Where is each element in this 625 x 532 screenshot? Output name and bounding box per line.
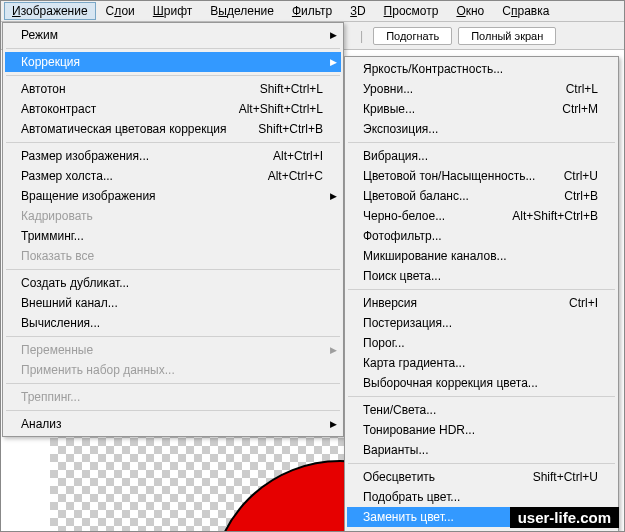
- menu-item-label: Режим: [21, 28, 323, 42]
- menu-item-label: Автоматическая цветовая коррекция: [21, 122, 234, 136]
- adjustments-item-5[interactable]: Вибрация...: [347, 146, 616, 166]
- adjustments-item-8[interactable]: Черно-белое...Alt+Shift+Ctrl+B: [347, 206, 616, 226]
- menu-item-label: Кадрировать: [21, 209, 323, 223]
- adjustments-item-2[interactable]: Кривые...Ctrl+M: [347, 99, 616, 119]
- menu-item-label: Анализ: [21, 417, 323, 431]
- image-menu-item-12[interactable]: Тримминг...: [5, 226, 341, 246]
- image-menu-item-8[interactable]: Размер изображения...Alt+Ctrl+I: [5, 146, 341, 166]
- menubar-item-3[interactable]: Выделение: [202, 2, 282, 20]
- menu-item-label: Выборочная коррекция цвета...: [363, 376, 598, 390]
- adjustments-item-17[interactable]: Выборочная коррекция цвета...: [347, 373, 616, 393]
- image-menu-item-5[interactable]: АвтоконтрастAlt+Shift+Ctrl+L: [5, 99, 341, 119]
- menu-item-label: Варианты...: [363, 443, 598, 457]
- image-menu-item-10[interactable]: Вращение изображения▶: [5, 186, 341, 206]
- image-menu-item-9[interactable]: Размер холста...Alt+Ctrl+C: [5, 166, 341, 186]
- menu-item-label: Создать дубликат...: [21, 276, 323, 290]
- menu-item-label: Показать все: [21, 249, 323, 263]
- menu-item-label: Постеризация...: [363, 316, 598, 330]
- image-menu-item-20: Применить набор данных...: [5, 360, 341, 380]
- menu-item-label: Черно-белое...: [363, 209, 488, 223]
- menu-item-shortcut: Ctrl+I: [569, 296, 598, 310]
- adjustments-item-1[interactable]: Уровни...Ctrl+L: [347, 79, 616, 99]
- adjustments-item-3[interactable]: Экспозиция...: [347, 119, 616, 139]
- image-menu-dropdown: Режим▶Коррекция▶АвтотонShift+Ctrl+LАвток…: [2, 22, 344, 437]
- image-menu-separator: [6, 410, 340, 411]
- menubar-item-4[interactable]: Фильтр: [284, 2, 340, 20]
- menu-item-label: Вращение изображения: [21, 189, 323, 203]
- menu-item-label: Экспозиция...: [363, 122, 598, 136]
- adjustments-separator: [348, 463, 615, 464]
- menu-item-label: Применить набор данных...: [21, 363, 323, 377]
- menu-item-label: Тримминг...: [21, 229, 323, 243]
- menu-item-label: Уровни...: [363, 82, 542, 96]
- menu-item-shortcut: Alt+Shift+Ctrl+L: [239, 102, 323, 116]
- menu-item-label: Цветовой баланс...: [363, 189, 540, 203]
- toolbar-divider: |: [360, 29, 363, 43]
- menu-item-label: Яркость/Контрастность...: [363, 62, 598, 76]
- menu-item-label: Тени/Света...: [363, 403, 598, 417]
- image-menu-item-4[interactable]: АвтотонShift+Ctrl+L: [5, 79, 341, 99]
- menu-item-label: Микширование каналов...: [363, 249, 598, 263]
- menubar-item-7[interactable]: Окно: [448, 2, 492, 20]
- adjustments-item-19[interactable]: Тени/Света...: [347, 400, 616, 420]
- menu-item-label: Цветовой тон/Насыщенность...: [363, 169, 540, 183]
- menu-item-label: Инверсия: [363, 296, 545, 310]
- menu-item-label: Вибрация...: [363, 149, 598, 163]
- image-menu-item-24[interactable]: Анализ▶: [5, 414, 341, 434]
- menu-item-label: Переменные: [21, 343, 323, 357]
- image-menu-separator: [6, 383, 340, 384]
- image-menu-item-17[interactable]: Вычисления...: [5, 313, 341, 333]
- adjustments-item-15[interactable]: Порог...: [347, 333, 616, 353]
- adjustments-item-16[interactable]: Карта градиента...: [347, 353, 616, 373]
- menubar-item-5[interactable]: 3D: [342, 2, 373, 20]
- image-menu-item-15[interactable]: Создать дубликат...: [5, 273, 341, 293]
- adjustments-item-10[interactable]: Микширование каналов...: [347, 246, 616, 266]
- adjustments-item-0[interactable]: Яркость/Контрастность...: [347, 59, 616, 79]
- image-menu-separator: [6, 336, 340, 337]
- submenu-arrow-icon: ▶: [330, 419, 337, 429]
- menubar-item-1[interactable]: Слои: [98, 2, 143, 20]
- menu-item-shortcut: Ctrl+U: [564, 169, 598, 183]
- image-menu-item-2[interactable]: Коррекция▶: [5, 52, 341, 72]
- adjustments-item-24[interactable]: Подобрать цвет...: [347, 487, 616, 507]
- menubar-item-2[interactable]: Шрифт: [145, 2, 200, 20]
- adjustments-item-23[interactable]: ОбесцветитьShift+Ctrl+U: [347, 467, 616, 487]
- menu-item-label: Поиск цвета...: [363, 269, 598, 283]
- image-menu-item-0[interactable]: Режим▶: [5, 25, 341, 45]
- image-menu-item-11: Кадрировать: [5, 206, 341, 226]
- submenu-arrow-icon: ▶: [330, 57, 337, 67]
- image-menu-item-19: Переменные▶: [5, 340, 341, 360]
- menu-item-label: Фотофильтр...: [363, 229, 598, 243]
- menu-item-shortcut: Ctrl+L: [566, 82, 598, 96]
- adjustments-item-13[interactable]: ИнверсияCtrl+I: [347, 293, 616, 313]
- menu-item-shortcut: Shift+Ctrl+L: [260, 82, 323, 96]
- menubar-item-0[interactable]: Изображение: [4, 2, 96, 20]
- image-menu-item-16[interactable]: Внешний канал...: [5, 293, 341, 313]
- image-menu-item-6[interactable]: Автоматическая цветовая коррекцияShift+C…: [5, 119, 341, 139]
- menu-item-label: Коррекция: [21, 55, 323, 69]
- menu-item-shortcut: Ctrl+B: [564, 189, 598, 203]
- adjustments-item-9[interactable]: Фотофильтр...: [347, 226, 616, 246]
- menu-item-label: Размер изображения...: [21, 149, 249, 163]
- adjustments-item-14[interactable]: Постеризация...: [347, 313, 616, 333]
- submenu-arrow-icon: ▶: [330, 345, 337, 355]
- submenu-arrow-icon: ▶: [330, 191, 337, 201]
- image-menu-item-13: Показать все: [5, 246, 341, 266]
- image-menu-separator: [6, 142, 340, 143]
- menubar-item-8[interactable]: Справка: [494, 2, 557, 20]
- fit-button[interactable]: Подогнать: [373, 27, 452, 45]
- menu-item-label: Обесцветить: [363, 470, 509, 484]
- adjustments-separator: [348, 289, 615, 290]
- fullscreen-button[interactable]: Полный экран: [458, 27, 556, 45]
- adjustments-item-11[interactable]: Поиск цвета...: [347, 266, 616, 286]
- adjustments-item-7[interactable]: Цветовой баланс...Ctrl+B: [347, 186, 616, 206]
- menu-item-label: Автотон: [21, 82, 236, 96]
- menu-item-shortcut: Alt+Shift+Ctrl+B: [512, 209, 598, 223]
- image-menu-separator: [6, 48, 340, 49]
- adjustments-item-21[interactable]: Варианты...: [347, 440, 616, 460]
- menubar-item-6[interactable]: Просмотр: [376, 2, 447, 20]
- menu-item-label: Карта градиента...: [363, 356, 598, 370]
- adjustments-item-6[interactable]: Цветовой тон/Насыщенность...Ctrl+U: [347, 166, 616, 186]
- submenu-arrow-icon: ▶: [330, 30, 337, 40]
- adjustments-item-20[interactable]: Тонирование HDR...: [347, 420, 616, 440]
